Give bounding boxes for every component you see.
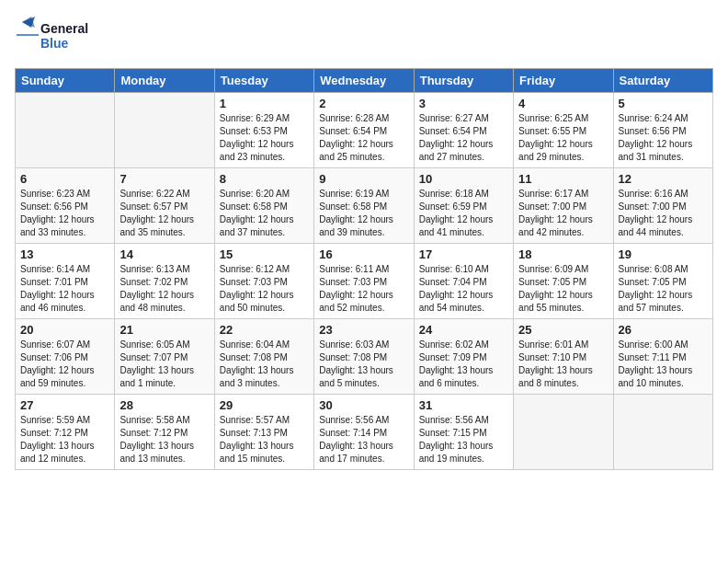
calendar-cell: 22Sunrise: 6:04 AM Sunset: 7:08 PM Dayli… [214, 319, 313, 395]
calendar-cell: 18Sunrise: 6:09 AM Sunset: 7:05 PM Dayli… [514, 244, 613, 319]
day-number: 27 [20, 398, 109, 412]
cell-content: Sunrise: 6:14 AM Sunset: 7:01 PM Dayligh… [20, 263, 109, 315]
day-number: 25 [518, 323, 608, 337]
week-row-1: 1Sunrise: 6:29 AM Sunset: 6:53 PM Daylig… [16, 93, 713, 168]
header-sunday: Sunday [16, 69, 115, 93]
cell-content: Sunrise: 5:57 AM Sunset: 7:13 PM Dayligh… [220, 414, 309, 465]
calendar-cell: 27Sunrise: 5:59 AM Sunset: 7:12 PM Dayli… [16, 395, 115, 470]
day-number: 29 [220, 398, 309, 412]
cell-content: Sunrise: 5:58 AM Sunset: 7:12 PM Dayligh… [119, 414, 209, 465]
calendar-cell: 11Sunrise: 6:17 AM Sunset: 7:00 PM Dayli… [514, 168, 613, 244]
calendar-cell: 26Sunrise: 6:00 AM Sunset: 7:11 PM Dayli… [613, 319, 712, 395]
week-row-3: 13Sunrise: 6:14 AM Sunset: 7:01 PM Dayli… [16, 244, 713, 319]
cell-content: Sunrise: 6:27 AM Sunset: 6:54 PM Dayligh… [419, 112, 508, 164]
day-number: 7 [119, 172, 209, 186]
calendar-cell [613, 395, 712, 470]
cell-content: Sunrise: 6:04 AM Sunset: 7:08 PM Dayligh… [220, 339, 309, 390]
day-number: 8 [220, 172, 309, 186]
calendar-cell: 23Sunrise: 6:03 AM Sunset: 7:08 PM Dayli… [314, 319, 414, 395]
calendar-cell: 9Sunrise: 6:19 AM Sunset: 6:58 PM Daylig… [314, 168, 414, 244]
calendar-cell: 7Sunrise: 6:22 AM Sunset: 6:57 PM Daylig… [115, 168, 214, 244]
cell-content: Sunrise: 5:59 AM Sunset: 7:12 PM Dayligh… [20, 414, 109, 465]
calendar-cell: 31Sunrise: 5:56 AM Sunset: 7:15 PM Dayli… [414, 395, 513, 470]
cell-content: Sunrise: 6:08 AM Sunset: 7:05 PM Dayligh… [619, 263, 708, 315]
calendar-cell: 15Sunrise: 6:12 AM Sunset: 7:03 PM Dayli… [214, 244, 313, 319]
day-number: 2 [319, 97, 408, 110]
week-row-4: 20Sunrise: 6:07 AM Sunset: 7:06 PM Dayli… [16, 319, 713, 395]
calendar-cell: 5Sunrise: 6:24 AM Sunset: 6:56 PM Daylig… [613, 93, 712, 168]
header-monday: Monday [115, 69, 214, 93]
calendar-cell: 3Sunrise: 6:27 AM Sunset: 6:54 PM Daylig… [414, 93, 513, 168]
svg-text:Blue: Blue [40, 36, 69, 51]
logo-container: General Blue [15, 15, 107, 59]
cell-content: Sunrise: 6:24 AM Sunset: 6:56 PM Dayligh… [619, 112, 708, 164]
calendar-cell: 1Sunrise: 6:29 AM Sunset: 6:53 PM Daylig… [214, 93, 313, 168]
cell-content: Sunrise: 6:29 AM Sunset: 6:53 PM Dayligh… [220, 112, 309, 164]
day-number: 22 [220, 323, 309, 337]
day-number: 20 [20, 323, 109, 337]
header-thursday: Thursday [414, 69, 513, 93]
day-number: 31 [419, 398, 508, 412]
cell-content: Sunrise: 6:01 AM Sunset: 7:10 PM Dayligh… [518, 339, 608, 390]
calendar-cell: 24Sunrise: 6:02 AM Sunset: 7:09 PM Dayli… [414, 319, 513, 395]
cell-content: Sunrise: 6:00 AM Sunset: 7:11 PM Dayligh… [619, 339, 708, 390]
week-row-2: 6Sunrise: 6:23 AM Sunset: 6:56 PM Daylig… [16, 168, 713, 244]
cell-content: Sunrise: 6:28 AM Sunset: 6:54 PM Dayligh… [319, 112, 408, 164]
day-number: 15 [220, 247, 309, 261]
day-number: 24 [419, 323, 508, 337]
cell-content: Sunrise: 6:17 AM Sunset: 7:00 PM Dayligh… [518, 188, 608, 239]
day-number: 30 [319, 398, 408, 412]
day-number: 4 [518, 97, 608, 110]
cell-content: Sunrise: 6:22 AM Sunset: 6:57 PM Dayligh… [119, 188, 209, 239]
header-friday: Friday [514, 69, 613, 93]
cell-content: Sunrise: 6:09 AM Sunset: 7:05 PM Dayligh… [518, 263, 608, 315]
day-number: 23 [319, 323, 408, 337]
cell-content: Sunrise: 6:05 AM Sunset: 7:07 PM Dayligh… [119, 339, 209, 390]
cell-content: Sunrise: 5:56 AM Sunset: 7:15 PM Dayligh… [419, 414, 508, 465]
calendar-cell: 10Sunrise: 6:18 AM Sunset: 6:59 PM Dayli… [414, 168, 513, 244]
cell-content: Sunrise: 6:18 AM Sunset: 6:59 PM Dayligh… [419, 188, 508, 239]
day-number: 14 [119, 247, 209, 261]
cell-content: Sunrise: 6:12 AM Sunset: 7:03 PM Dayligh… [220, 263, 309, 315]
cell-content: Sunrise: 6:02 AM Sunset: 7:09 PM Dayligh… [419, 339, 508, 390]
cell-content: Sunrise: 6:11 AM Sunset: 7:03 PM Dayligh… [319, 263, 408, 315]
cell-content: Sunrise: 6:20 AM Sunset: 6:58 PM Dayligh… [220, 188, 309, 239]
cell-content: Sunrise: 6:13 AM Sunset: 7:02 PM Dayligh… [119, 263, 209, 315]
calendar-cell: 28Sunrise: 5:58 AM Sunset: 7:12 PM Dayli… [115, 395, 214, 470]
calendar-cell: 17Sunrise: 6:10 AM Sunset: 7:04 PM Dayli… [414, 244, 513, 319]
calendar-cell [514, 395, 613, 470]
calendar-cell [115, 93, 214, 168]
page-header: General Blue [15, 15, 713, 59]
day-number: 6 [20, 172, 109, 186]
cell-content: Sunrise: 6:25 AM Sunset: 6:55 PM Dayligh… [518, 112, 608, 164]
day-number: 12 [619, 172, 708, 186]
day-number: 13 [20, 247, 109, 261]
day-number: 17 [419, 247, 508, 261]
cell-content: Sunrise: 6:07 AM Sunset: 7:06 PM Dayligh… [20, 339, 109, 390]
day-number: 16 [319, 247, 408, 261]
calendar-cell: 29Sunrise: 5:57 AM Sunset: 7:13 PM Dayli… [214, 395, 313, 470]
header-saturday: Saturday [613, 69, 712, 93]
day-number: 19 [619, 247, 708, 261]
cell-content: Sunrise: 6:03 AM Sunset: 7:08 PM Dayligh… [319, 339, 408, 390]
calendar-table: SundayMondayTuesdayWednesdayThursdayFrid… [15, 68, 713, 470]
calendar-cell [16, 93, 115, 168]
cell-content: Sunrise: 6:10 AM Sunset: 7:04 PM Dayligh… [419, 263, 508, 315]
calendar-cell: 16Sunrise: 6:11 AM Sunset: 7:03 PM Dayli… [314, 244, 414, 319]
calendar-cell: 30Sunrise: 5:56 AM Sunset: 7:14 PM Dayli… [314, 395, 414, 470]
day-number: 28 [119, 398, 209, 412]
day-number: 9 [319, 172, 408, 186]
cell-content: Sunrise: 6:19 AM Sunset: 6:58 PM Dayligh… [319, 188, 408, 239]
week-row-5: 27Sunrise: 5:59 AM Sunset: 7:12 PM Dayli… [16, 395, 713, 470]
day-number: 10 [419, 172, 508, 186]
logo-svg: General Blue [15, 15, 107, 55]
logo: General Blue [15, 15, 107, 59]
day-number: 3 [419, 97, 508, 110]
calendar-header-row: SundayMondayTuesdayWednesdayThursdayFrid… [16, 69, 713, 93]
cell-content: Sunrise: 5:56 AM Sunset: 7:14 PM Dayligh… [319, 414, 408, 465]
header-tuesday: Tuesday [214, 69, 313, 93]
calendar-cell: 25Sunrise: 6:01 AM Sunset: 7:10 PM Dayli… [514, 319, 613, 395]
calendar-cell: 19Sunrise: 6:08 AM Sunset: 7:05 PM Dayli… [613, 244, 712, 319]
calendar-cell: 21Sunrise: 6:05 AM Sunset: 7:07 PM Dayli… [115, 319, 214, 395]
calendar-cell: 8Sunrise: 6:20 AM Sunset: 6:58 PM Daylig… [214, 168, 313, 244]
